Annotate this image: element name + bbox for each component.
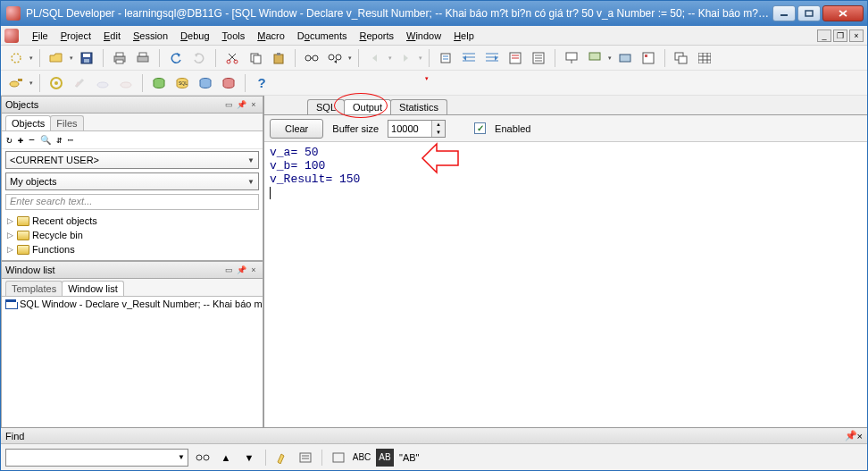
explain-button[interactable] (436, 48, 455, 68)
tool-b-button[interactable] (585, 48, 605, 68)
maximize-button[interactable] (797, 5, 821, 21)
menu-macro[interactable]: Macro (251, 29, 291, 43)
print-button[interactable] (110, 48, 129, 68)
whole-word-icon[interactable]: AB (376, 449, 394, 467)
cut-button[interactable] (222, 48, 242, 68)
refresh-icon[interactable]: ↻ (6, 134, 13, 146)
add-icon[interactable]: ✚ (18, 134, 24, 146)
scope-combo[interactable]: My objects ▼ (5, 172, 259, 190)
db-green-button[interactable] (149, 73, 169, 93)
pane-pin-icon[interactable]: 📌 (845, 430, 857, 442)
close-button[interactable] (822, 5, 864, 21)
mdi-restore[interactable]: ❐ (833, 29, 847, 42)
db-blue-button[interactable] (196, 73, 215, 93)
pane-autohide-icon[interactable]: ▭ (223, 265, 234, 275)
menu-edit[interactable]: Edit (97, 29, 127, 43)
menu-tools[interactable]: Tools (216, 29, 252, 43)
menu-session[interactable]: Session (127, 29, 174, 43)
filter-icon[interactable]: ⇵ (56, 134, 63, 146)
find-input[interactable]: ▼ (5, 449, 188, 467)
print-setup-button[interactable] (133, 48, 153, 68)
undo-button[interactable] (166, 48, 186, 68)
tab-files[interactable]: Files (50, 115, 83, 130)
save-button[interactable] (77, 48, 96, 68)
mdi-close[interactable]: × (849, 29, 864, 42)
pane-close-icon[interactable]: × (248, 99, 259, 110)
find-prev-icon[interactable]: ▲ (217, 449, 235, 467)
menu-debug[interactable]: Debug (174, 29, 215, 43)
help-button[interactable]: ? (252, 73, 271, 93)
toolbar-row-2: ▾ SQL ? ▾ (1, 71, 867, 96)
tool-c-button[interactable] (615, 48, 635, 68)
menu-reports[interactable]: Reports (353, 29, 400, 43)
paste-button[interactable] (269, 48, 288, 68)
comment-button[interactable] (505, 48, 525, 68)
menu-project[interactable]: Project (54, 29, 97, 43)
find-button[interactable] (302, 48, 321, 68)
tree-item-recent[interactable]: ▷Recent objects (5, 214, 259, 228)
window-list-item[interactable]: SQL Window - Declare v_Result Number; --… (2, 297, 263, 311)
clear-button[interactable]: Clear (270, 119, 323, 139)
tree-item-functions[interactable]: ▷Functions (5, 242, 259, 257)
remove-icon[interactable]: − (29, 134, 35, 146)
find-icon[interactable]: 🔍 (40, 135, 51, 145)
logon-button[interactable] (6, 73, 26, 93)
open-button[interactable] (46, 48, 66, 68)
tab-statistics[interactable]: Statistics (390, 99, 447, 114)
windows-button[interactable] (672, 48, 691, 68)
copy-button[interactable] (246, 48, 265, 68)
pane-close-icon[interactable]: × (857, 431, 863, 442)
minimize-button[interactable] (772, 5, 796, 21)
find-next-icon[interactable]: ▼ (240, 449, 258, 467)
tab-output[interactable]: Output (344, 99, 391, 114)
output-textarea[interactable]: v_a= 50 v_b= 100 v_Result= 150 (264, 142, 867, 427)
uncomment-button[interactable] (529, 48, 548, 68)
tool-a-button[interactable] (562, 48, 581, 68)
commit-button[interactable] (93, 73, 113, 93)
menu-file[interactable]: File (26, 29, 54, 43)
mdi-minimize[interactable]: _ (817, 29, 831, 42)
menu-help[interactable]: Help (447, 29, 480, 43)
pane-pin-icon[interactable]: 📌 (236, 99, 246, 110)
menu-documents[interactable]: Documents (291, 29, 354, 43)
match-case-icon[interactable]: ABC (353, 449, 371, 467)
enabled-checkbox[interactable]: ✓ (474, 122, 486, 134)
nav-fwd-button[interactable] (396, 48, 415, 68)
find-highlight-icon[interactable] (273, 449, 291, 467)
indent-right-button[interactable] (482, 48, 502, 68)
break-button[interactable] (70, 73, 89, 93)
tab-sql[interactable]: SQL (307, 99, 345, 114)
find-binoculars-icon[interactable] (194, 449, 212, 467)
pane-pin-icon[interactable]: 📌 (236, 265, 246, 275)
user-combo[interactable]: <CURRENT USER> ▼ (5, 151, 259, 169)
tab-windowlist[interactable]: Window list (62, 281, 124, 296)
db-red-button[interactable] (219, 73, 238, 93)
tab-templates[interactable]: Templates (5, 281, 63, 296)
pane-close-icon[interactable]: × (248, 265, 259, 275)
find-opt-b-icon[interactable] (330, 449, 347, 467)
spinner-down-icon[interactable]: ▼ (432, 129, 445, 137)
redo-button[interactable] (189, 48, 209, 68)
svg-rect-51 (333, 453, 344, 462)
indent-left-button[interactable] (459, 48, 479, 68)
menu-window[interactable]: Window (400, 29, 447, 43)
new-button[interactable] (6, 48, 26, 68)
db-sql-button[interactable]: SQL (172, 73, 192, 93)
toolbar-row-1: ▾ ▾ ▾ ▾ ▾ ▾ (1, 46, 867, 71)
tab-objects[interactable]: Objects (5, 115, 51, 130)
tree-item-recycle[interactable]: ▷Recycle bin (5, 228, 259, 242)
grid-button[interactable] (695, 48, 714, 68)
buffer-size-input[interactable] (388, 121, 431, 137)
find-next-button[interactable] (325, 48, 345, 68)
svg-point-24 (329, 55, 334, 60)
find-opt-a-icon[interactable] (296, 449, 314, 467)
execute-button[interactable] (46, 73, 66, 93)
more-icon[interactable]: ⋯ (68, 134, 74, 146)
objects-search-input[interactable]: Enter search text... (5, 194, 259, 210)
tool-d-button[interactable] (638, 48, 658, 68)
buffer-size-spinner[interactable]: ▲ ▼ (388, 120, 446, 138)
nav-back-button[interactable] (365, 48, 385, 68)
spinner-up-icon[interactable]: ▲ (432, 121, 445, 129)
pane-autohide-icon[interactable]: ▭ (223, 99, 234, 110)
rollback-button[interactable] (116, 73, 136, 93)
